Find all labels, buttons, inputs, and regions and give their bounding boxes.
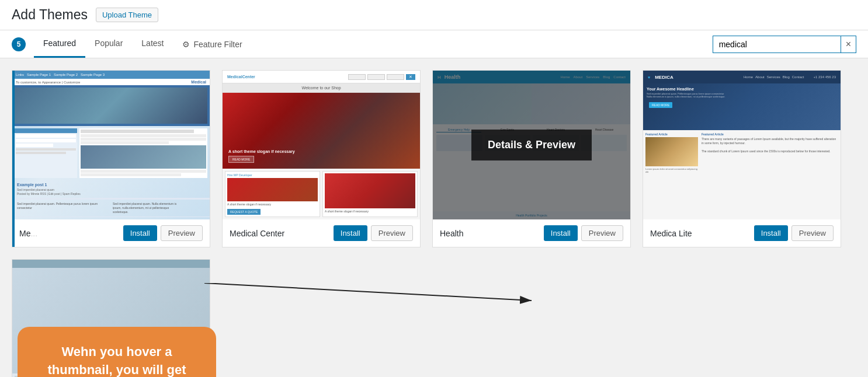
- medica-content: Featured Article Lorem ipsum dolor sit a…: [643, 130, 841, 219]
- themes-grid: Links Sample Page 1 Sample Page 2 Sample…: [0, 58, 868, 259]
- medica-right: Featured Article There are many variants…: [702, 132, 838, 217]
- theme-footer-medica: Medica Lite Install Preview: [643, 219, 841, 247]
- tooltip-bubble: Wehn you hover a thumbnail, you will get…: [18, 327, 216, 377]
- theme-card-medica: ♥ MEDICA Home About Services Blog Contac…: [643, 70, 841, 247]
- tab-popular[interactable]: Popular: [85, 30, 132, 58]
- theme-actions-health: Install Preview: [544, 225, 623, 241]
- medica-logo: MEDICA: [655, 75, 673, 80]
- theme-footer-medcenter: Medical Center Install Preview: [223, 219, 420, 247]
- upload-theme-button[interactable]: Upload Theme: [96, 8, 158, 22]
- install-medical-button[interactable]: Install: [123, 225, 157, 241]
- gear-icon: ⚙: [182, 40, 190, 49]
- theme-thumb-medica: ♥ MEDICA Home About Services Blog Contac…: [643, 71, 841, 219]
- theme-actions-medcenter: Install Preview: [334, 225, 413, 241]
- theme-name-medical: Me...: [19, 229, 37, 238]
- preview-medica-button[interactable]: Preview: [791, 225, 834, 241]
- nav-tabs: Featured Popular Latest ⚙ Feature Filter: [34, 30, 713, 58]
- page-header: Add Themes Upload Theme: [0, 0, 868, 30]
- search-area: ×: [713, 36, 856, 53]
- theme-name-medica: Medica Lite: [650, 229, 692, 238]
- search-input[interactable]: [713, 36, 841, 53]
- theme-actions-medica: Install Preview: [754, 225, 834, 241]
- medica-header: ♥ MEDICA Home About Services Blog Contac…: [643, 71, 841, 83]
- theme-name-health: Health: [440, 229, 463, 238]
- theme-actions-medical: Install Preview: [123, 225, 203, 241]
- install-medica-button[interactable]: Install: [754, 225, 788, 241]
- theme-thumb-health: H Health Home About Services Blog Contac…: [433, 71, 630, 219]
- medica-hero: Your Awesome Headline Sed imperdiet plac…: [643, 83, 841, 130]
- theme-card-medical: Links Sample Page 1 Sample Page 2 Sample…: [12, 70, 210, 247]
- health-overlay[interactable]: Details & Preview: [433, 71, 630, 219]
- search-wrapper: ×: [713, 36, 856, 53]
- medica-nav: Home About Services Blog Contact: [744, 75, 804, 79]
- medica-cta-btn: READ MORE: [649, 102, 672, 108]
- theme-card-health: H Health Home About Services Blog Contac…: [432, 70, 631, 247]
- medica-left: Featured Article Lorem ipsum dolor sit a…: [645, 132, 698, 217]
- tab-latest[interactable]: Latest: [132, 30, 173, 58]
- install-medcenter-button[interactable]: Install: [334, 225, 367, 241]
- medica-text: There are many variants of passages of L…: [702, 137, 838, 153]
- preview-medcenter-button[interactable]: Preview: [371, 225, 413, 241]
- theme-thumb-medical: Links Sample Page 1 Sample Page 2 Sample…: [12, 71, 210, 219]
- preview-medical-button[interactable]: Preview: [161, 225, 203, 241]
- page-title: Add Themes: [12, 7, 88, 23]
- theme-thumb-medcenter: MedicalCenter ✕ Welcome to our Shop: [223, 71, 420, 219]
- update-count-badge: 5: [12, 37, 26, 51]
- theme-footer-medical: Me... Install Preview: [12, 219, 210, 247]
- theme-name-medcenter: Medical Center: [230, 229, 284, 238]
- install-health-button[interactable]: Install: [544, 225, 578, 241]
- nav-bar: 5 Featured Popular Latest ⚙ Feature Filt…: [0, 30, 868, 58]
- theme-card-medcenter: MedicalCenter ✕ Welcome to our Shop: [222, 70, 421, 247]
- overlay-text: Details & Preview: [471, 130, 592, 160]
- tooltip-text: Wehn you hover a thumbnail, you will get…: [37, 344, 197, 377]
- search-clear-button[interactable]: ×: [841, 36, 856, 53]
- tab-featured[interactable]: Featured: [34, 30, 85, 58]
- feature-filter-label: Feature Filter: [193, 40, 242, 49]
- preview-health-button[interactable]: Preview: [581, 225, 623, 241]
- medcenter-header: MedicalCenter ✕: [223, 71, 420, 83]
- feature-filter-button[interactable]: ⚙ Feature Filter: [173, 30, 251, 58]
- theme-footer-health: Health Install Preview: [433, 219, 630, 247]
- medica-img: [645, 137, 698, 166]
